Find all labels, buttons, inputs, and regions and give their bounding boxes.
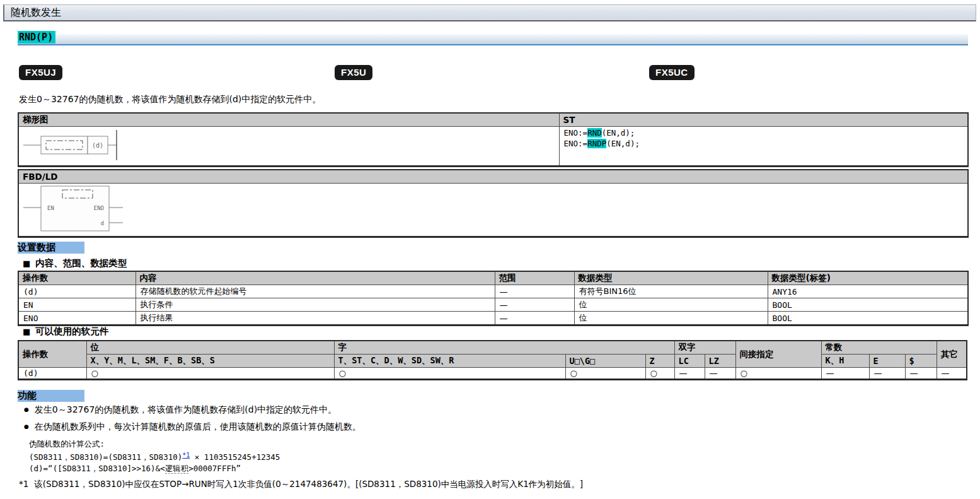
- table-row: EN 执行条件 — 位 BOOL: [18, 298, 968, 312]
- sub-header-bit-devices: X、Y、M、L、SM、F、B、SB、S: [86, 355, 334, 368]
- table-row: ENO 执行结果 — 位 BOOL: [18, 312, 968, 326]
- cell-datatype: 有符号BIN16位: [574, 285, 768, 298]
- cell-range: —: [495, 312, 574, 326]
- cell-e-usable: —: [869, 368, 905, 380]
- cell-z-usable: ○: [645, 368, 674, 380]
- cell-other-usable: —: [937, 368, 967, 380]
- cell-content: 存储随机数的软元件起始编号: [135, 285, 495, 298]
- square-marker-icon: ■: [23, 259, 30, 268]
- formula-text: >00007FFFh”: [188, 464, 241, 473]
- sub-header-lz: LZ: [705, 355, 735, 368]
- formula-line-2: (d)=“([SD8311，SD8310]>>16)&<逻辑积>00007FFF…: [29, 463, 280, 474]
- fbd-en-label: EN: [47, 205, 54, 211]
- cell-bit-usable: ○: [86, 368, 334, 380]
- st-code-line-2: ENO:=RNDP(EN,d);: [564, 138, 964, 149]
- fbd-d-label: d: [101, 220, 104, 226]
- col-header-datatype: 数据类型: [574, 271, 768, 285]
- st-highlight-rndp: RNDP: [587, 139, 606, 148]
- col-header-range: 范围: [495, 271, 574, 285]
- operand-spec-table: 操作数 内容 范围 数据类型 数据类型(标签) (d) 存储随机数的软元件起始编…: [18, 271, 969, 326]
- footnote-marker: *1: [19, 479, 28, 489]
- function-bullet-2: 在伪随机数系列中，每次计算随机数的原值后，使用该随机数的原值计算伪随机数。: [24, 421, 361, 433]
- footnote-1: *1该(SD8311，SD8310)中应仅在STOP→RUN时写入1次非负值(0…: [19, 479, 583, 490]
- model-badge-fx5uc: FX5UC: [649, 65, 695, 80]
- footnote-ref-link[interactable]: *1: [182, 452, 190, 459]
- cell-word-usable: ○: [334, 368, 565, 380]
- formula-block: 伪随机数的计算公式: (SD8311，SD8310)=(SD8311，SD831…: [29, 438, 280, 474]
- cell-datatype: 位: [574, 312, 768, 326]
- cell-buffer-usable: ○: [565, 368, 645, 380]
- sub-header-buffer-memory: U□\G□: [565, 355, 645, 368]
- bullet-text: 发生0～32767的伪随机数，将该值作为随机数存储到(d)中指定的软元件中。: [35, 404, 337, 414]
- sub-header-lc: LC: [674, 355, 705, 368]
- cell-datatype-label: ANY16: [768, 285, 968, 298]
- group-header-bit: 位: [86, 341, 334, 355]
- glossary-term-link[interactable]: 逻辑积: [165, 464, 189, 474]
- fbd-eno-label: ENO: [94, 205, 104, 211]
- setting-data-title: 设置数据: [18, 242, 84, 254]
- fbd-diagram: EN ENO d: [23, 184, 149, 233]
- formula-text: (SD8311，SD8310)=(SD8311，SD8310): [29, 452, 182, 462]
- page-title-bar: 随机数发生: [3, 4, 976, 21]
- st-code-cell: ENO:=RND(EN,d); ENO:=RNDP(EN,d);: [559, 127, 968, 167]
- st-code-post: (EN,d);: [606, 139, 640, 148]
- formula-text: × 1103515245+12345: [190, 452, 280, 462]
- usable-devices-table: 操作数 位 字 双字 间接指定 常数 其它 X、Y、M、L、SM、F、B、SB、…: [18, 340, 967, 380]
- cell-operand: (d): [18, 285, 135, 298]
- cell-datatype-label: BOOL: [768, 298, 968, 312]
- model-badge-fx5u: FX5U: [335, 65, 372, 80]
- setting-data-heading: 设置数据: [18, 242, 84, 254]
- cell-lz-usable: —: [705, 368, 735, 380]
- table-header-row: 操作数 内容 范围 数据类型 数据类型(标签): [18, 271, 968, 285]
- cell-range: —: [495, 285, 574, 298]
- group-header-dword: 双字: [674, 341, 735, 355]
- subheading-text: 内容、范围、数据类型: [35, 258, 127, 268]
- fbd-ld-table: FBD/LD EN ENO d: [18, 169, 969, 238]
- footnote-text: 该(SD8311，SD8310)中应仅在STOP→RUN时写入1次非负值(0～2…: [34, 479, 583, 489]
- device-group-header-row: 操作数 位 字 双字 间接指定 常数 其它: [18, 341, 967, 355]
- model-badges: FX5UJ FX5U FX5UC: [18, 65, 968, 81]
- cell-kh-usable: —: [821, 368, 869, 380]
- ladder-st-table: 梯形图 ST (d) ENO:=RND(EN,d); ENO:=RNDP(EN,…: [18, 112, 969, 167]
- formula-label: 伪随机数的计算公式:: [29, 438, 280, 450]
- sub-header-kh: K、H: [821, 355, 869, 368]
- sub-header-string: $: [905, 355, 937, 368]
- page-title: 随机数发生: [11, 6, 61, 18]
- subheading-text: 可以使用的软元件: [35, 326, 108, 336]
- st-highlight-rnd: RND: [587, 128, 602, 138]
- instruction-intro: 发生0～32767的伪随机数，将该值作为随机数存储到(d)中指定的软元件中。: [19, 94, 321, 105]
- sub-header-index-z: Z: [645, 355, 674, 368]
- function-bullet-1: 发生0～32767的伪随机数，将该值作为随机数存储到(d)中指定的软元件中。: [24, 404, 337, 416]
- cell-lc-usable: —: [674, 368, 705, 380]
- function-title: 功能: [18, 390, 84, 402]
- col-header-operand: 操作数: [18, 341, 86, 368]
- group-header-constant: 常数: [821, 341, 937, 355]
- cell-content: 执行结果: [135, 312, 495, 326]
- cell-range: —: [495, 298, 574, 312]
- group-header-other: 其它: [937, 341, 967, 368]
- model-badge-fx5uj: FX5UJ: [19, 65, 62, 80]
- cell-indirect-usable: ○: [735, 368, 821, 380]
- ladder-header: 梯形图: [18, 113, 559, 127]
- device-sub-header-row: X、Y、M、L、SM、F、B、SB、S T、ST、C、D、W、SD、SW、R U…: [18, 355, 967, 368]
- bullet-text: 在伪随机数系列中，每次计算随机数的原值后，使用该随机数的原值计算伪随机数。: [35, 421, 361, 431]
- ladder-operand-label: (d): [92, 142, 103, 149]
- ladder-diagram-cell: (d): [18, 127, 559, 167]
- table-row: (d) 存储随机数的软元件起始编号 — 有符号BIN16位 ANY16: [18, 285, 968, 298]
- col-header-datatype-label: 数据类型(标签): [768, 271, 968, 285]
- fbd-ld-header: FBD/LD: [18, 170, 968, 183]
- sub-header-word-devices: T、ST、C、D、W、SD、SW、R: [334, 355, 565, 368]
- device-usability-row: (d) ○ ○ ○ ○ — — ○ — — — —: [18, 368, 967, 380]
- col-header-operand: 操作数: [18, 271, 135, 285]
- cell-operand: (d): [18, 368, 86, 380]
- cell-datatype: 位: [574, 298, 768, 312]
- formula-line-1: (SD8311，SD8310)=(SD8311，SD8310)*1 × 1103…: [29, 450, 280, 463]
- st-code-post: (EN,d);: [602, 128, 635, 138]
- st-header: ST: [559, 113, 968, 127]
- instruction-header-bar: RND(P): [18, 34, 968, 45]
- group-header-indirect: 间接指定: [735, 341, 821, 368]
- function-heading: 功能: [18, 390, 84, 402]
- subheading-usable-devices: ■可以使用的软元件: [23, 326, 108, 338]
- cell-datatype-label: BOOL: [768, 312, 968, 326]
- group-header-word: 字: [334, 341, 674, 355]
